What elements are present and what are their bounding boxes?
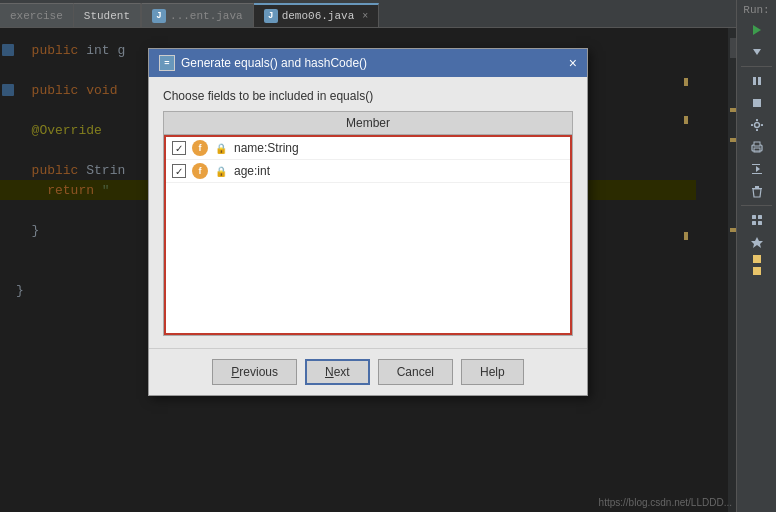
tab-demo06-close[interactable]: ×	[362, 11, 368, 22]
dialog-title-label: Generate equals() and hashCode()	[181, 56, 367, 70]
previous-button[interactable]: Previous	[212, 359, 297, 385]
tab-student[interactable]: Student	[74, 3, 141, 27]
member-row-age: f 🔒 age:int	[166, 160, 570, 183]
next-underline: N	[325, 365, 334, 379]
tab-exercise-icon: exercise	[10, 10, 63, 22]
next-button[interactable]: Next	[305, 359, 370, 385]
svg-marker-1	[753, 49, 761, 55]
checkbox-age[interactable]	[172, 164, 186, 178]
svg-rect-21	[758, 221, 762, 225]
svg-rect-13	[752, 164, 760, 165]
watermark: https://blog.csdn.net/LLDDD...	[599, 497, 732, 508]
tab-demo06-java-icon: J	[264, 9, 278, 23]
svg-rect-16	[755, 186, 759, 188]
lock-badge-name: 🔒	[214, 141, 228, 155]
member-name-name: name:String	[234, 141, 299, 155]
svg-marker-0	[753, 25, 761, 35]
svg-point-5	[754, 123, 759, 128]
tab-ent-java[interactable]: J ...ent.java	[142, 3, 254, 27]
tab-student-icon: Student	[84, 10, 130, 22]
member-row-name: f 🔒 name:String	[166, 137, 570, 160]
dialog-footer: Previous Next Cancel Help	[149, 348, 587, 395]
dialog: = Generate equals() and hashCode() × Cho…	[148, 48, 588, 396]
svg-rect-9	[761, 124, 763, 126]
svg-rect-2	[753, 77, 756, 85]
stop-button[interactable]	[747, 93, 767, 113]
svg-rect-18	[752, 215, 756, 219]
tab-bar: exercise Student J ...ent.java J demo06.…	[0, 0, 736, 28]
tab-ent-java-label: ...ent.java	[170, 10, 243, 22]
svg-marker-14	[756, 166, 760, 172]
field-badge-name: f	[192, 140, 208, 156]
dialog-title-bar: = Generate equals() and hashCode() ×	[149, 49, 587, 77]
tab-demo06-java[interactable]: J demo06.java ×	[254, 3, 380, 27]
right-toolbar: Run:	[736, 0, 776, 512]
checkbox-name[interactable]	[172, 141, 186, 155]
lock-badge-age: 🔒	[214, 164, 228, 178]
svg-rect-20	[752, 221, 756, 225]
svg-rect-6	[756, 119, 758, 121]
yellow-marker-bottom	[753, 267, 761, 275]
dialog-close-button[interactable]: ×	[569, 56, 577, 70]
field-badge-age: f	[192, 163, 208, 179]
svg-rect-19	[758, 215, 762, 219]
settings-button[interactable]	[747, 115, 767, 135]
member-table: Member f 🔒 name:String f 🔒 age:int	[163, 111, 573, 336]
tab-exercise[interactable]: exercise	[0, 3, 74, 27]
run-label: Run:	[743, 4, 769, 16]
svg-rect-4	[753, 99, 761, 107]
dialog-title-icon: =	[159, 55, 175, 71]
import-button[interactable]	[747, 159, 767, 179]
previous-underline: P	[231, 365, 239, 379]
yellow-marker-top	[753, 255, 761, 263]
pause-button[interactable]	[747, 71, 767, 91]
svg-rect-8	[751, 124, 753, 126]
empty-area	[166, 183, 570, 333]
delete-button[interactable]	[747, 181, 767, 201]
help-button[interactable]: Help	[461, 359, 524, 385]
svg-rect-11	[754, 142, 760, 146]
cancel-button[interactable]: Cancel	[378, 359, 453, 385]
svg-rect-3	[758, 77, 761, 85]
layout-button[interactable]	[747, 210, 767, 230]
modal-overlay: = Generate equals() and hashCode() × Cho…	[0, 28, 736, 512]
svg-marker-22	[751, 237, 763, 248]
member-table-header: Member	[164, 112, 572, 135]
member-name-age: age:int	[234, 164, 270, 178]
member-rows: f 🔒 name:String f 🔒 age:int	[164, 135, 572, 335]
pin-button[interactable]	[747, 232, 767, 252]
dialog-title-text: = Generate equals() and hashCode()	[159, 55, 367, 71]
dialog-instruction: Choose fields to be included in equals()	[163, 89, 573, 103]
dialog-body: Choose fields to be included in equals()…	[149, 77, 587, 348]
tab-ent-java-icon: J	[152, 9, 166, 23]
down-arrow-button[interactable]	[747, 42, 767, 62]
svg-rect-7	[756, 129, 758, 131]
print-button[interactable]	[747, 137, 767, 157]
tab-demo06-java-label: demo06.java	[282, 10, 355, 22]
play-button[interactable]	[747, 20, 767, 40]
svg-rect-15	[752, 173, 762, 174]
